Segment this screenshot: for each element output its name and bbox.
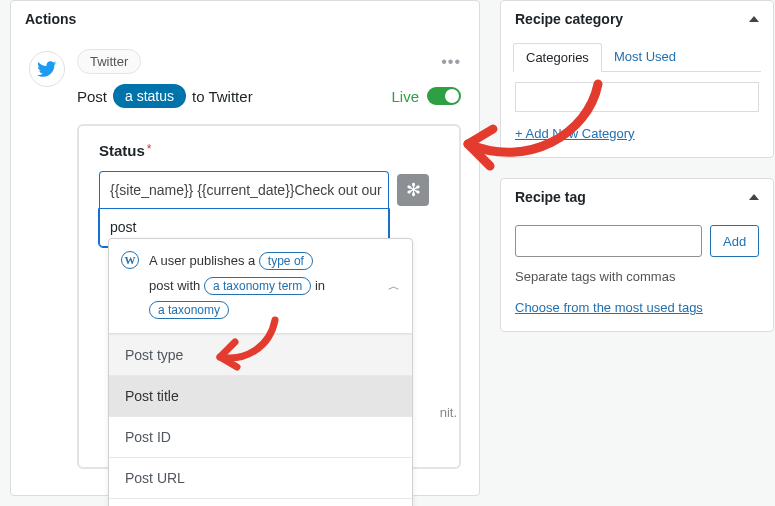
tab-most-used[interactable]: Most Used	[602, 43, 688, 71]
tab-categories[interactable]: Categories	[513, 43, 602, 72]
live-label: Live	[391, 88, 419, 105]
twitter-icon	[29, 51, 65, 87]
token-dropdown: W A user publishes a type of post with a…	[108, 238, 413, 506]
add-tag-button[interactable]: Add	[710, 225, 759, 257]
collapse-icon[interactable]	[749, 16, 759, 22]
recipe-category-panel: Recipe category Categories Most Used + A…	[500, 0, 774, 158]
collapse-icon[interactable]	[749, 194, 759, 200]
recipe-tag-panel: Recipe tag Add Separate tags with commas…	[500, 178, 774, 332]
recipe-tag-title: Recipe tag	[515, 189, 586, 205]
sentence-post: to Twitter	[192, 88, 253, 105]
actions-title: Actions	[25, 11, 76, 27]
status-pill[interactable]: a status	[113, 84, 186, 108]
status-label: Status	[99, 142, 145, 159]
dropdown-item-post-type[interactable]: Post type	[109, 334, 412, 375]
sentence-pre: Post	[77, 88, 107, 105]
token-insert-button[interactable]: ✻	[397, 174, 429, 206]
status-text-line1[interactable]: {{site_name}} {{current_date}}Check out …	[99, 171, 389, 209]
dropdown-item-post-content[interactable]: Post content	[109, 498, 412, 506]
chevron-up-icon[interactable]: ︿	[388, 278, 400, 295]
service-pill[interactable]: Twitter	[77, 49, 141, 74]
token-taxonomy[interactable]: a taxonomy	[149, 301, 229, 319]
wordpress-icon: W	[121, 251, 139, 269]
tag-input[interactable]	[515, 225, 702, 257]
dropdown-trigger-header[interactable]: W A user publishes a type of post with a…	[109, 239, 412, 334]
category-checklist[interactable]	[515, 82, 759, 112]
live-toggle[interactable]	[427, 87, 461, 105]
token-type-of[interactable]: type of	[259, 252, 313, 270]
recipe-category-title: Recipe category	[515, 11, 623, 27]
dropdown-item-post-url[interactable]: Post URL	[109, 457, 412, 498]
choose-tags-link[interactable]: Choose from the most used tags	[515, 300, 703, 315]
actions-header: Actions	[11, 1, 479, 37]
required-star: *	[147, 142, 152, 156]
add-new-category-link[interactable]: + Add New Category	[515, 126, 635, 141]
token-taxonomy-term[interactable]: a taxonomy term	[204, 277, 311, 295]
tag-hint: Separate tags with commas	[515, 269, 759, 284]
dropdown-item-post-id[interactable]: Post ID	[109, 416, 412, 457]
action-menu-icon[interactable]: •••	[441, 53, 461, 71]
char-limit-fragment: nit.	[440, 405, 457, 420]
dropdown-item-post-title[interactable]: Post title	[109, 375, 412, 416]
